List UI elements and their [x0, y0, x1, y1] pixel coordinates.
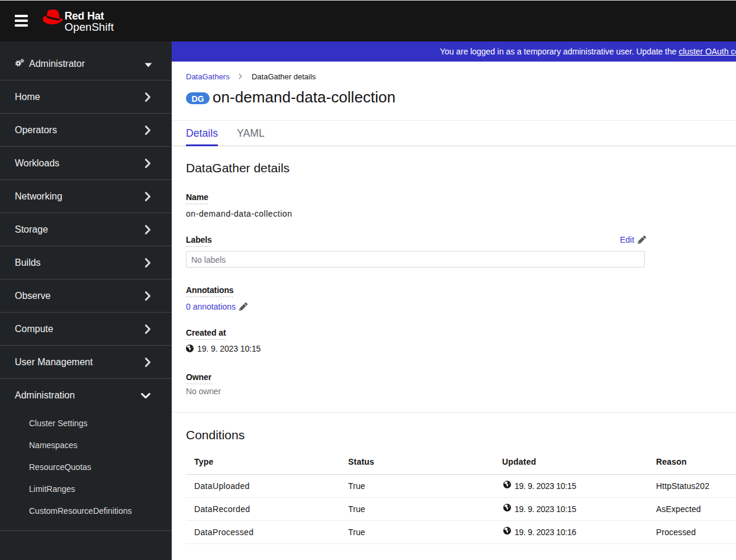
sidebar-item-cluster-settings[interactable]: Cluster Settings	[0, 412, 172, 434]
cell-type: DataProcessed	[186, 520, 340, 543]
globe-icon	[186, 345, 194, 352]
sidebar-item-compute[interactable]: Compute	[0, 312, 172, 345]
sidebar-subitem-label: CustomResourceDefinitions	[29, 506, 132, 516]
resource-kind-badge: DG	[186, 92, 210, 105]
nav-toggle-button[interactable]	[15, 15, 28, 27]
cell-status: True	[340, 497, 494, 520]
condition-row: DataProcessed True 19. 9. 2023 10:16 Pro…	[186, 520, 736, 543]
brand-line2: OpenShift	[65, 21, 114, 33]
sidebar-item-limitranges[interactable]: LimitRanges	[0, 478, 172, 500]
sidebar-item-builds[interactable]: Builds	[0, 246, 172, 279]
sidebar-item-storage[interactable]: Storage	[0, 213, 172, 246]
sidebar-item-customresourcedefinitions[interactable]: CustomResourceDefinitions	[0, 500, 172, 522]
window-top-edge	[0, 0, 736, 1]
condition-row: DataUploaded True 19. 9. 2023 10:15 Http…	[186, 474, 736, 497]
chevron-right-icon	[145, 192, 150, 201]
globe-icon	[503, 527, 511, 535]
sidebar-item-label: Builds	[15, 258, 41, 268]
sidebar-item-administration[interactable]: Administration	[0, 379, 172, 412]
labels-edit-button[interactable]: Edit	[620, 235, 646, 244]
chevron-right-icon	[145, 92, 150, 102]
cell-reason: HttpStatus202	[648, 474, 736, 497]
sidebar-item-namespaces[interactable]: Namespaces	[0, 434, 172, 456]
cluster-oauth-link[interactable]: cluster OAuth configuration	[679, 47, 736, 56]
perspective-label: Administrator	[29, 59, 85, 69]
brand-line1: Red Hat	[65, 11, 104, 21]
sidebar-item-operators[interactable]: Operators	[0, 113, 172, 146]
tab-label: Details	[186, 127, 218, 139]
label-text: Created at	[186, 329, 226, 340]
pencil-icon	[239, 302, 248, 311]
sidebar-item-label: Operators	[15, 125, 57, 136]
globe-icon	[503, 504, 511, 511]
cell-status: True	[340, 474, 494, 497]
label-text: Owner	[186, 373, 211, 384]
sidebar-subitem-label: Cluster Settings	[29, 419, 88, 428]
sidebar-item-label: Storage	[15, 224, 48, 235]
sidebar-subitem-label: LimitRanges	[29, 484, 75, 494]
main-content: DataGathers DataGather details DG on-dem…	[172, 62, 736, 560]
cell-status: True	[340, 520, 494, 543]
sidebar-item-resourcequotas[interactable]: ResourceQuotas	[0, 456, 172, 478]
cell-updated: 19. 9. 2023 10:16	[494, 520, 648, 543]
page-title: on-demand-data-collection	[213, 88, 396, 106]
annotations-edit-link[interactable]: 0 annotations	[186, 302, 248, 311]
sidebar-item-observe[interactable]: Observe	[0, 279, 172, 312]
tab-details[interactable]: Details	[186, 127, 218, 139]
sidebar-item-label: Workloads	[15, 158, 59, 169]
name-value: on-demand-data-collection	[186, 210, 293, 218]
cell-updated: 19. 9. 2023 10:15	[494, 497, 648, 520]
tab-yaml[interactable]: YAML	[237, 127, 265, 139]
cell-reason: Processed	[648, 520, 736, 543]
label-text: Name	[186, 193, 208, 204]
globe-icon	[503, 481, 511, 488]
details-heading: DataGather details	[186, 162, 290, 175]
condition-row: DataRecorded True 19. 9. 2023 10:15 AsEx…	[186, 497, 736, 520]
redhat-fedora-icon	[42, 8, 64, 25]
sidebar-subitem-label: ResourceQuotas	[29, 462, 91, 472]
labels-value-box[interactable]: No labels	[186, 251, 645, 268]
chevron-right-icon	[145, 258, 150, 268]
tabs: Details YAML	[172, 120, 736, 146]
banner-text-before-link: You are logged in as a temporary adminis…	[440, 47, 679, 56]
col-reason: Reason	[648, 453, 736, 475]
sidebar-item-workloads[interactable]: Workloads	[0, 146, 172, 179]
caret-down-icon	[144, 63, 152, 67]
updated-value-text: 19. 9. 2023 10:16	[515, 527, 576, 537]
cogs-icon	[14, 59, 24, 67]
hamburger-bar	[15, 24, 28, 27]
breadcrumb-current: DataGather details	[252, 72, 316, 81]
chevron-right-icon	[145, 324, 150, 334]
annotations-link-label: 0 annotations	[186, 302, 236, 311]
created-at-label: Created at	[186, 329, 226, 339]
labels-placeholder: No labels	[191, 255, 226, 265]
chevron-right-icon	[145, 225, 150, 234]
col-status: Status	[340, 453, 494, 475]
conditions-header-row: Type Status Updated Reason	[186, 453, 736, 475]
edit-link-label: Edit	[620, 235, 634, 244]
login-notice-banner: You are logged in as a temporary adminis…	[172, 41, 736, 62]
annotations-label: Annotations	[186, 286, 234, 297]
labels-label: Labels	[186, 236, 212, 246]
banner-text: You are logged in as a temporary adminis…	[440, 47, 736, 56]
name-label: Name	[186, 193, 208, 204]
breadcrumb-datagathers-link[interactable]: DataGathers	[186, 72, 230, 81]
administration-subnav: Cluster Settings Namespaces ResourceQuot…	[0, 412, 172, 530]
sidebar: Administrator Home Operators Workloads N…	[0, 41, 172, 560]
sidebar-item-home[interactable]: Home	[0, 80, 172, 113]
sidebar-group-administration: Administration Cluster Settings Namespac…	[0, 378, 172, 531]
sidebar-item-label: Observe	[15, 291, 50, 301]
chevron-down-icon	[141, 393, 150, 398]
sidebar-item-label: User Management	[15, 357, 93, 368]
sidebar-item-label: Home	[15, 92, 40, 102]
cell-type: DataRecorded	[186, 497, 340, 520]
sidebar-item-label: Administration	[15, 390, 75, 401]
chevron-right-icon	[145, 291, 150, 301]
hamburger-bar	[15, 20, 28, 22]
sidebar-item-networking[interactable]: Networking	[0, 179, 172, 213]
sidebar-subitem-label: Namespaces	[29, 440, 78, 450]
sidebar-item-user-management[interactable]: User Management	[0, 345, 172, 378]
perspective-switcher[interactable]: Administrator	[0, 41, 172, 80]
masthead: Red Hat OpenShift	[0, 0, 736, 41]
chevron-right-icon	[145, 159, 150, 168]
